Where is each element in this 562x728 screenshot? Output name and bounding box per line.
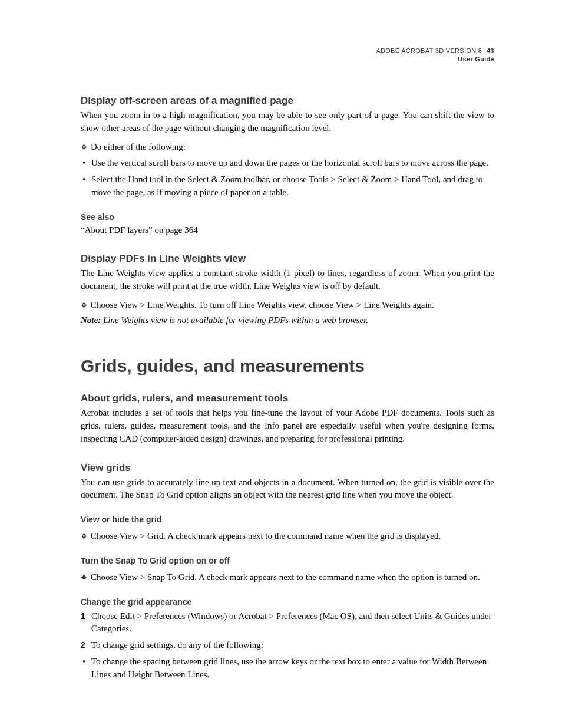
list-item: Select the Hand tool in the Select & Zoo… — [81, 173, 494, 199]
body-text: Acrobat includes a set of tools that hel… — [81, 407, 494, 445]
note: Note: Line Weights view is not available… — [81, 314, 494, 327]
cross-ref: “About PDF layers” on page 364 — [81, 224, 494, 237]
heading-view-grids: View grids — [81, 462, 494, 474]
heading-about-grids: About grids, rulers, and measurement too… — [81, 393, 494, 404]
document-page: ADOBE ACROBAT 3D VERSION 843 User Guide … — [0, 0, 562, 728]
page-number: 43 — [484, 47, 494, 54]
heading-snap-to-grid: Turn the Snap To Grid option on or off — [81, 556, 494, 565]
numbered-list: 1Choose Edit > Preferences (Windows) or … — [81, 610, 494, 652]
body-text: You can use grids to accurately line up … — [81, 476, 494, 502]
procedure-step: Choose View > Line Weights. To turn off … — [81, 299, 494, 312]
body-text: When you zoom in to a high magnification… — [81, 109, 494, 135]
list-item: 1Choose Edit > Preferences (Windows) or … — [81, 610, 494, 636]
procedure-lead: Do either of the following: — [81, 141, 494, 154]
list-item: Use the vertical scroll bars to move up … — [81, 157, 494, 170]
note-label: Note: — [81, 315, 101, 325]
heading-display-offscreen: Display off-screen areas of a magnified … — [81, 95, 494, 107]
heading-change-grid-appearance: Change the grid appearance — [81, 597, 494, 607]
list-item: 2To change grid settings, do any of the … — [81, 639, 494, 652]
bullet-list: Use the vertical scroll bars to move up … — [81, 157, 494, 199]
list-item: To change the spacing between grid lines… — [81, 655, 494, 681]
note-body: Line Weights view is not available for v… — [101, 315, 368, 325]
step-number: 1 — [81, 610, 85, 622]
bullet-list: To change the spacing between grid lines… — [81, 655, 494, 681]
step-number: 2 — [81, 639, 85, 651]
heading-view-hide-grid: View or hide the grid — [81, 515, 494, 524]
heading-line-weights: Display PDFs in Line Weights view — [81, 253, 494, 265]
chapter-title: Grids, guides, and measurements — [81, 356, 494, 376]
page-header: ADOBE ACROBAT 3D VERSION 843 User Guide — [81, 47, 494, 62]
procedure-step: Choose View > Grid. A check mark appears… — [81, 530, 494, 543]
procedure-step: Choose View > Snap To Grid. A check mark… — [81, 571, 494, 584]
heading-see-also: See also — [81, 212, 494, 222]
body-text: The Line Weights view applies a constant… — [81, 267, 494, 293]
header-product: ADOBE ACROBAT 3D VERSION 8 — [376, 47, 482, 54]
header-subtitle: User Guide — [81, 55, 494, 62]
